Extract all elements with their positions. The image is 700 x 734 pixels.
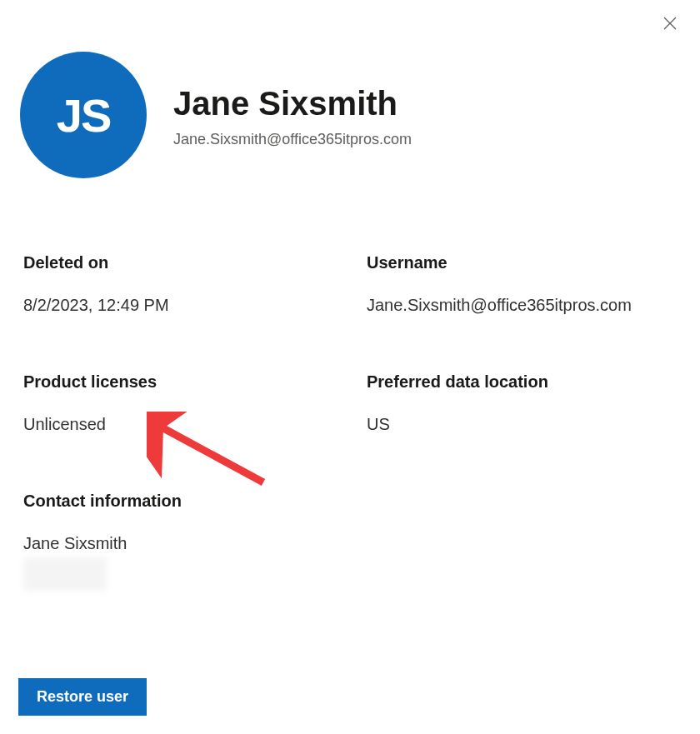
label-product-licenses: Product licenses bbox=[23, 372, 333, 392]
label-username: Username bbox=[367, 253, 677, 272]
field-contact-information: Contact information Jane Sixsmith bbox=[23, 492, 333, 597]
avatar: JS bbox=[20, 52, 147, 178]
label-preferred-data-location: Preferred data location bbox=[367, 372, 677, 392]
user-header: JS Jane Sixsmith Jane.Sixsmith@office365… bbox=[0, 0, 700, 178]
field-deleted-on: Deleted on 8/2/2023, 12:49 PM bbox=[23, 253, 333, 317]
label-deleted-on: Deleted on bbox=[23, 253, 333, 272]
avatar-initials: JS bbox=[57, 88, 111, 142]
restore-user-button[interactable]: Restore user bbox=[18, 678, 147, 716]
field-preferred-data-location: Preferred data location US bbox=[367, 372, 677, 437]
user-title-block: Jane Sixsmith Jane.Sixsmith@office365itp… bbox=[173, 82, 412, 148]
footer-bar: Restore user bbox=[0, 667, 700, 734]
contact-name: Jane Sixsmith bbox=[23, 534, 128, 552]
user-display-name: Jane Sixsmith bbox=[173, 85, 412, 122]
value-username: Jane.Sixsmith@office365itpros.com bbox=[367, 292, 677, 317]
label-contact-information: Contact information bbox=[23, 492, 333, 511]
value-deleted-on: 8/2/2023, 12:49 PM bbox=[23, 292, 333, 317]
close-button[interactable] bbox=[658, 12, 682, 35]
contact-redacted bbox=[23, 557, 107, 591]
close-icon bbox=[662, 15, 678, 32]
user-email: Jane.Sixsmith@office365itpros.com bbox=[173, 131, 412, 148]
field-username: Username Jane.Sixsmith@office365itpros.c… bbox=[367, 253, 677, 317]
value-contact-information: Jane Sixsmith bbox=[23, 531, 333, 597]
value-product-licenses: Unlicensed bbox=[23, 412, 333, 437]
field-empty bbox=[367, 492, 677, 597]
value-preferred-data-location: US bbox=[367, 412, 677, 437]
details-grid: Deleted on 8/2/2023, 12:49 PM Username J… bbox=[0, 178, 700, 597]
field-product-licenses: Product licenses Unlicensed bbox=[23, 372, 333, 437]
